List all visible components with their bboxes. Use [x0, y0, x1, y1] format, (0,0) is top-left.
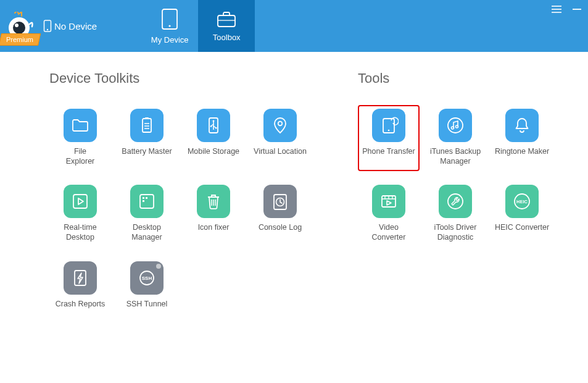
- usb-icon: [197, 109, 230, 142]
- tool-label: iTools Driver Diagnostic: [434, 223, 477, 242]
- tools-section: Tools Phone TransferiTunes Backup Manage…: [358, 70, 561, 314]
- svg-rect-7: [218, 15, 235, 27]
- tool-mobile-storage[interactable]: Mobile Storage: [183, 105, 244, 171]
- tab-my-device[interactable]: My Device: [141, 0, 198, 52]
- svg-rect-14: [145, 117, 149, 119]
- window-controls: [551, 4, 582, 17]
- svg-rect-34: [75, 271, 86, 285]
- phone-icon: [43, 20, 52, 32]
- tool-phone-transfer[interactable]: Phone Transfer: [358, 105, 420, 171]
- clock-icon: [263, 185, 297, 218]
- menu-icon[interactable]: [551, 4, 562, 17]
- tool-label: Console Log: [259, 223, 302, 233]
- device-status: No Device: [43, 20, 97, 32]
- play-icon: [64, 185, 97, 218]
- svg-point-2: [15, 23, 19, 27]
- svg-point-21: [210, 125, 212, 127]
- tool-label: Crash Reports: [56, 300, 106, 309]
- section-title: Tools: [358, 70, 561, 86]
- tool-itools-driver-diagnostic[interactable]: iTools Driver Diagnostic: [424, 181, 486, 247]
- tool-desktop-manager[interactable]: Desktop Manager: [116, 181, 178, 247]
- tool-label: Desktop Manager: [131, 223, 162, 242]
- tool-label: Ringtone Maker: [495, 147, 549, 157]
- location-icon: [263, 109, 297, 142]
- svg-rect-25: [140, 195, 154, 208]
- tool-virtual-location[interactable]: Virtual Location: [249, 105, 311, 171]
- tool-icon-fixer[interactable]: Icon fixer: [183, 181, 244, 247]
- ssh-icon: SSH: [130, 261, 164, 295]
- svg-point-4: [47, 29, 48, 30]
- title-bar: Premium No Device My Device Toolbox: [0, 0, 588, 52]
- heic-icon: HEIC: [505, 185, 539, 218]
- tool-label: Battery Master: [122, 147, 172, 157]
- svg-rect-26: [143, 197, 144, 199]
- svg-point-20: [213, 120, 215, 122]
- grid-icon: [130, 185, 164, 218]
- tool-label: Real-time Desktop: [64, 223, 97, 242]
- tool-ringtone-maker[interactable]: Ringtone Maker: [491, 105, 553, 171]
- svg-rect-22: [215, 127, 217, 128]
- svg-text:HEIC: HEIC: [516, 199, 528, 204]
- tool-label: SSH Tunnel: [126, 300, 168, 309]
- tab-toolbox[interactable]: Toolbox: [198, 0, 255, 52]
- music-icon: [439, 109, 472, 142]
- svg-point-41: [456, 125, 458, 128]
- svg-rect-28: [143, 200, 144, 202]
- tool-itunes-backup-manager[interactable]: iTunes Backup Manager: [424, 105, 486, 171]
- tool-battery-master[interactable]: Battery Master: [116, 105, 178, 171]
- minimize-icon[interactable]: [572, 4, 582, 17]
- svg-point-6: [169, 25, 171, 27]
- tool-file-explorer[interactable]: File Explorer: [49, 105, 111, 171]
- content-area: Device Toolkits File ExplorerBattery Mas…: [0, 52, 588, 326]
- battery-icon: [130, 109, 164, 142]
- svg-point-47: [448, 194, 463, 209]
- tool-label: HEIC Converter: [495, 223, 549, 233]
- transfer-icon: [372, 109, 405, 142]
- svg-text:SSH: SSH: [142, 276, 152, 281]
- svg-point-38: [388, 130, 390, 132]
- tool-crash-reports[interactable]: Crash Reports: [49, 258, 111, 314]
- tool-realtime-desktop[interactable]: Real-time Desktop: [49, 181, 111, 247]
- tool-console-log[interactable]: Console Log: [249, 181, 311, 247]
- tool-label: Phone Transfer: [362, 147, 415, 157]
- tool-video-converter[interactable]: Video Converter: [358, 181, 420, 247]
- bell-icon: [505, 109, 539, 142]
- status-dot: [156, 264, 161, 269]
- tool-label: iTunes Backup Manager: [430, 147, 481, 166]
- premium-badge: Premium: [0, 33, 41, 46]
- tool-label: Virtual Location: [254, 147, 307, 157]
- tool-heic-converter[interactable]: HEICHEIC Converter: [491, 181, 553, 247]
- svg-rect-27: [146, 197, 147, 199]
- tool-label: Mobile Storage: [188, 147, 239, 157]
- folder-icon: [64, 109, 97, 142]
- section-title: Device Toolkits: [49, 70, 315, 86]
- svg-point-39: [448, 118, 463, 133]
- toolbox-icon: [216, 11, 237, 28]
- film-icon: [372, 185, 405, 218]
- svg-rect-24: [73, 195, 87, 208]
- trash-icon: [197, 185, 230, 218]
- tool-ssh-tunnel[interactable]: SSHSSH Tunnel: [116, 258, 178, 314]
- svg-point-23: [278, 122, 283, 126]
- device-toolkits-section: Device Toolkits File ExplorerBattery Mas…: [49, 70, 315, 314]
- tool-label: Video Converter: [372, 223, 406, 242]
- svg-point-40: [452, 127, 454, 129]
- wrench-icon: [439, 185, 472, 218]
- tool-label: Icon fixer: [198, 223, 230, 233]
- svg-point-1: [13, 22, 25, 34]
- app-logo: Premium: [0, 0, 38, 52]
- header-tabs: My Device Toolbox: [141, 0, 255, 52]
- tool-label: File Explorer: [66, 147, 95, 166]
- svg-rect-13: [143, 119, 151, 132]
- tablet-icon: [160, 8, 179, 30]
- bolt-icon: [64, 261, 97, 295]
